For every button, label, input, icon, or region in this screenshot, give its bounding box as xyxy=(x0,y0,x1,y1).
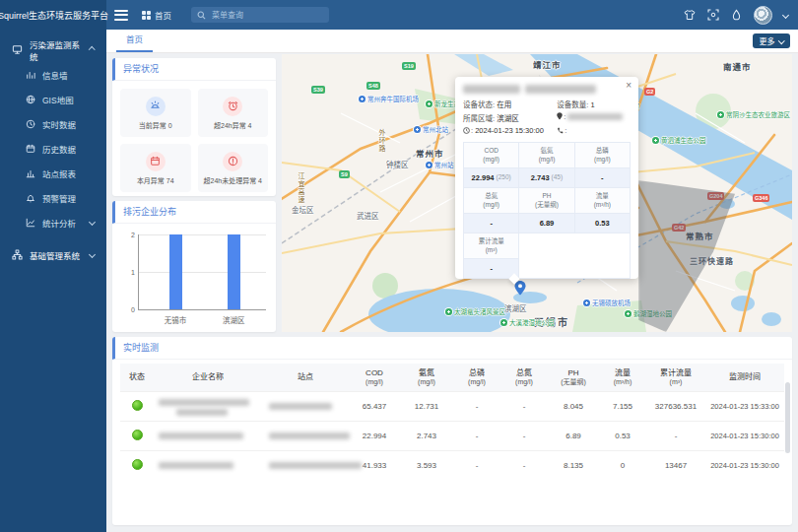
redacted-site-name xyxy=(262,392,349,422)
map-marker-pin[interactable] xyxy=(514,281,526,299)
region-label: 所属区域: xyxy=(463,114,495,123)
region-value: 滨湖区 xyxy=(497,114,519,123)
redacted-company-name xyxy=(154,392,262,422)
screenshot-icon[interactable] xyxy=(706,9,719,22)
device-status-value: 在用 xyxy=(497,100,511,109)
redacted-address xyxy=(567,113,623,120)
table-row[interactable]: 41.933 3.593 - - 8.135 0 13467 2024-01-2… xyxy=(120,451,784,481)
user-menu-chevron-icon[interactable] xyxy=(782,11,789,18)
map-district-label: 钟楼区 xyxy=(386,159,409,169)
alert-circle-icon xyxy=(223,152,242,171)
more-button[interactable]: 更多 xyxy=(753,33,791,48)
redacted-site-name xyxy=(262,451,349,481)
map-city-label: 常州市 xyxy=(416,147,444,159)
siren-icon xyxy=(146,97,166,116)
app-logo: Squirrel生态环境云服务平台 xyxy=(0,0,106,30)
sidebar-item-statistics-analysis[interactable]: 统计分析 xyxy=(0,210,106,234)
poi-dot-icon xyxy=(625,310,632,317)
status-dot-green xyxy=(132,430,143,440)
chevron-up-icon xyxy=(89,46,96,53)
clock-icon xyxy=(463,127,470,136)
map-poi-station: 常州站 xyxy=(426,162,454,168)
sidebar-item-pollution-monitor-system[interactable]: 污染源监测系统 xyxy=(0,37,106,62)
y-tick: 1 xyxy=(131,269,135,276)
sitemap-icon xyxy=(12,249,23,260)
sidebar-nav: 污染源监测系统 信息墙 GIS地图 实时数据 历史数据 站点报表 预警管理 统计… xyxy=(0,30,106,532)
map-district-label: 武进区 xyxy=(357,210,379,221)
table-scrollbar[interactable] xyxy=(785,382,790,453)
poi-dot-icon xyxy=(652,137,659,144)
menu-search-box[interactable] xyxy=(191,7,329,23)
device-count-value: 1 xyxy=(590,100,594,109)
status-dot-green xyxy=(132,400,143,411)
y-tick: 2 xyxy=(131,232,135,238)
realtime-monitor-table: 状态 企业名称 站点 COD(mg/l) 氨氮(mg/l) 总磷(mg/l) 总… xyxy=(120,364,784,480)
sidebar-item-history-data[interactable]: 历史数据 xyxy=(0,136,106,161)
drop-icon[interactable] xyxy=(730,9,743,22)
poi-dot-icon xyxy=(426,162,432,168)
map-poi-airport: 无锡硕放机场 xyxy=(583,299,631,306)
close-icon[interactable]: × xyxy=(626,81,632,91)
card-current-abnormal[interactable]: 当前异常 0 xyxy=(120,89,191,137)
topbar-home-link[interactable]: 首页 xyxy=(142,9,171,21)
panel-title: 排污企业分布 xyxy=(112,201,276,224)
enterprise-distribution-panel: 排污企业分布 2 1 0 无锡市 滨湖区 xyxy=(112,201,276,332)
poi-dot-icon xyxy=(717,111,724,118)
device-status-label: 设备状态: xyxy=(463,100,495,109)
theme-skin-icon[interactable] xyxy=(683,9,696,22)
map-road-label: 江宜高速 xyxy=(296,172,305,204)
map-poi-scenic: 常阴沙生态农业旅游区 xyxy=(717,111,766,118)
popup-datetime: 2024-01-23 15:30:00 xyxy=(475,126,544,135)
realtime-monitor-panel: 实时监测 状态 企业名称 站点 COD(mg/l) 氨氮(mg/l) 总磷(mg… xyxy=(112,337,792,525)
gis-map[interactable]: 靖江市 南通市 张家港市 常州市 钟楼区 金坛区 武进区 常熟市 滨湖区 无锡市… xyxy=(282,54,792,332)
grid-icon xyxy=(142,11,151,20)
poi-dot-icon xyxy=(426,100,432,107)
sidebar-item-gis-map[interactable]: GIS地图 xyxy=(0,87,106,111)
status-dot-green xyxy=(132,459,143,470)
road-shield: S48 xyxy=(366,82,380,90)
map-poi-park: 黄泗浦生态公园 xyxy=(652,137,706,144)
device-count-label: 设备数量: xyxy=(557,100,588,109)
abnormal-status-panel: 异常状况 当前异常 0 超24h异常 4 本月异常 74 超24h未处理异常 4 xyxy=(112,58,276,196)
poi-dot-icon xyxy=(583,299,590,306)
device-info-popup: × 设备状态: 在用 设备数量: 1 所属区域: 滨湖区 : : 2024-01… xyxy=(455,77,638,279)
card-over24h-unhandled-abnormal[interactable]: 超24h未处理异常 4 xyxy=(198,144,269,192)
card-month-abnormal[interactable]: 本月异常 74 xyxy=(120,144,191,192)
sidebar-item-site-report[interactable]: 站点报表 xyxy=(0,161,106,185)
map-poi-scenic: 太湖鼋头渚风景区 xyxy=(445,308,493,315)
sidebar-item-base-management-system[interactable]: 基础管理系统 xyxy=(0,242,106,267)
alarm-clock-icon xyxy=(223,97,242,116)
table-row[interactable]: 22.994 2.743 - - 6.89 0.53 - 2024-01-23 … xyxy=(120,422,784,451)
road-shield: G2 xyxy=(644,88,655,96)
topbar-home-label: 首页 xyxy=(155,9,171,21)
user-avatar[interactable] xyxy=(754,6,772,25)
bar-chart-icon xyxy=(25,167,35,178)
menu-collapse-icon[interactable] xyxy=(114,10,128,21)
map-city-label: 南通市 xyxy=(723,60,752,72)
x-label: 无锡市 xyxy=(165,314,187,325)
card-over24h-abnormal[interactable]: 超24h异常 4 xyxy=(198,89,269,137)
map-road-label: 外环路 xyxy=(376,129,386,153)
calendar-icon xyxy=(146,152,166,171)
panel-title: 异常状况 xyxy=(112,58,276,81)
table-row[interactable]: 65.437 12.731 - - 8.045 7.155 327636.531… xyxy=(120,392,784,422)
bar-binhu xyxy=(228,234,240,309)
sidebar-item-realtime-data[interactable]: 实时数据 xyxy=(0,111,106,136)
bar-wuxi xyxy=(169,234,182,309)
poi-dot-icon xyxy=(500,319,507,326)
chevron-down-icon xyxy=(778,37,784,43)
globe-icon xyxy=(25,94,35,104)
map-city-label: 靖江市 xyxy=(533,58,562,70)
calendar-icon xyxy=(25,143,35,154)
search-input[interactable] xyxy=(210,10,323,21)
poi-dot-icon xyxy=(414,126,421,133)
table-header-row: 状态 企业名称 站点 COD(mg/l) 氨氮(mg/l) 总磷(mg/l) 总… xyxy=(120,364,784,392)
sidebar-item-warning-management[interactable]: 预警管理 xyxy=(0,185,106,210)
sidebar-item-info-wall[interactable]: 信息墙 xyxy=(0,62,106,87)
map-poi-park: 大溪港湿地公园 xyxy=(500,319,555,326)
bar-chart: 2 1 0 无锡市 滨湖区 xyxy=(138,234,266,310)
line-chart-icon xyxy=(25,217,35,228)
clock-icon xyxy=(25,118,35,129)
tab-home[interactable]: 首页 xyxy=(116,30,153,52)
road-shield: S39 xyxy=(311,86,325,94)
